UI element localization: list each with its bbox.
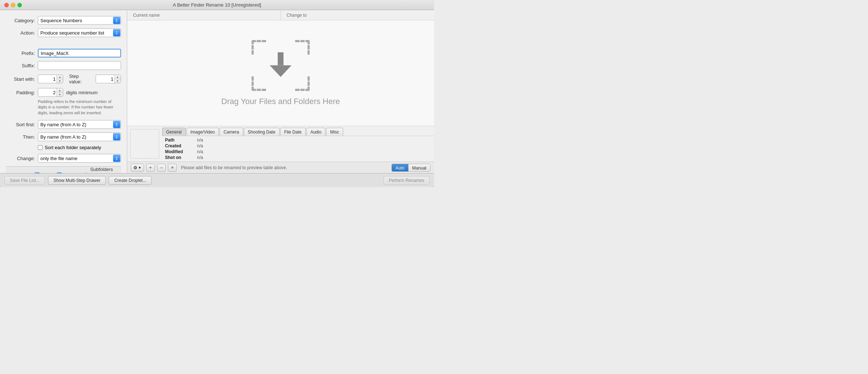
field-created-value: n/a <box>197 143 431 148</box>
show-multi-step-button[interactable]: Show Multi-Step Drawer <box>48 176 106 185</box>
step-stepper: ▲ ▼ <box>114 75 121 83</box>
step-label: Step value: <box>69 73 93 84</box>
padding-decrement[interactable]: ▼ <box>57 93 63 97</box>
main-window: A Better Finder Rename 10 [Unregistered]… <box>0 0 434 187</box>
step-increment[interactable]: ▲ <box>114 75 121 79</box>
change-select-wrapper: only the file name <box>38 154 121 163</box>
prefix-row: Prefix: <box>6 49 121 57</box>
bracket-bl-icon <box>252 76 266 91</box>
window-title: A Better Finder Rename 10 [Unregistered] <box>173 2 261 8</box>
startwith-stepper: ▲ ▼ <box>56 75 63 83</box>
manual-button[interactable]: Manual <box>409 164 430 172</box>
info-tabs-area: General Image/Video Camera Shooting Date… <box>162 126 434 162</box>
drop-icon <box>252 40 310 91</box>
info-fields: Path n/a Created n/a Modified n/a Shot o… <box>162 136 434 162</box>
then-row: Then: By name (from A to Z) <box>6 132 121 141</box>
tab-image-video[interactable]: Image/Video <box>186 128 219 136</box>
preview-header: Current name Change to <box>127 10 434 20</box>
padding-label: Padding: <box>6 90 35 95</box>
step-decrement[interactable]: ▼ <box>114 79 121 83</box>
suffix-label: Suffix: <box>6 63 35 68</box>
padding-input-wrapper: ▲ ▼ <box>38 88 63 97</box>
tab-file-date[interactable]: File Date <box>280 128 306 136</box>
change-label: Change: <box>6 156 35 161</box>
create-droplet-button[interactable]: Create Droplet... <box>109 176 152 185</box>
field-shoton-label: Shot on <box>165 155 194 160</box>
save-file-list-button[interactable]: Save File List... <box>4 176 45 185</box>
tab-camera[interactable]: Camera <box>220 128 243 136</box>
bracket-tl-icon <box>252 40 266 55</box>
field-path-label: Path <box>165 138 194 143</box>
sort-first-select[interactable]: By name (from A to Z) <box>38 120 121 129</box>
then-label: Then: <box>6 134 35 140</box>
drop-zone[interactable]: Drag Your Files and Folders Here <box>127 20 434 126</box>
padding-increment[interactable]: ▲ <box>57 88 63 93</box>
bracket-br-icon <box>295 76 310 91</box>
field-shoton-value: n/a <box>197 155 431 160</box>
action-label: Action: <box>6 30 35 36</box>
padding-row: Padding: ▲ ▼ digits minimum <box>6 88 121 97</box>
startwith-label: Start with: <box>6 76 35 82</box>
close-icon-button[interactable]: ✕ <box>168 164 177 172</box>
svg-rect-0 <box>278 52 284 65</box>
drop-text: Drag Your Files and Folders Here <box>221 97 340 106</box>
thumbnail-area <box>130 129 159 159</box>
prefix-input[interactable] <box>38 49 121 57</box>
svg-marker-1 <box>270 65 292 77</box>
drop-arrow-icon <box>270 52 292 79</box>
sort-first-label: Sort first: <box>6 122 35 127</box>
action-row: Action: Produce sequence number list <box>6 28 121 37</box>
startwith-decrement[interactable]: ▼ <box>57 79 63 83</box>
col-current-name: Current name <box>127 10 281 20</box>
category-select[interactable]: Sequence Numbers <box>38 16 121 25</box>
change-row: Change: only the file name <box>6 154 121 163</box>
padding-note: Padding refers to the minimum number of … <box>38 99 121 116</box>
right-panel: Current name Change to <box>127 10 434 173</box>
field-path-value: n/a <box>197 138 431 143</box>
then-select[interactable]: By name (from A to Z) <box>38 132 121 141</box>
category-select-wrapper: Sequence Numbers <box>38 16 121 25</box>
process-bar: Process: ✓ Files ✓ Folders Subfolders an… <box>6 166 121 173</box>
perform-renames-button[interactable]: Perform Renames <box>383 176 430 185</box>
tab-misc[interactable]: Misc <box>326 128 343 136</box>
sort-each-checkbox[interactable] <box>38 145 43 150</box>
category-label: Category: <box>6 18 35 23</box>
suffix-row: Suffix: <box>6 61 121 70</box>
info-top: General Image/Video Camera Shooting Date… <box>127 126 434 162</box>
remove-button[interactable]: − <box>157 164 166 172</box>
gear-dropdown-icon: ▼ <box>138 166 141 170</box>
action-select[interactable]: Produce sequence number list <box>38 28 121 37</box>
auto-button[interactable]: Auto <box>392 164 409 172</box>
add-button[interactable]: + <box>146 164 155 172</box>
titlebar: A Better Finder Rename 10 [Unregistered] <box>0 0 434 10</box>
subfolders-label: Subfolders and their contents <box>90 167 115 173</box>
info-panel: General Image/Video Camera Shooting Date… <box>127 126 434 173</box>
sort-first-select-wrapper: By name (from A to Z) <box>38 120 121 129</box>
field-created-label: Created <box>165 143 194 148</box>
prefix-label: Prefix: <box>6 51 35 56</box>
left-panel: Category: Sequence Numbers Action: Produ… <box>0 10 127 173</box>
col-change-to: Change to <box>281 10 434 20</box>
tab-shooting-date[interactable]: Shooting Date <box>244 128 280 136</box>
field-modified-label: Modified <box>165 149 194 154</box>
action-select-wrapper: Produce sequence number list <box>38 28 121 37</box>
startwith-row: Start with: ▲ ▼ Step value: ▲ ▼ <box>6 73 121 84</box>
gear-button[interactable]: ⚙ ▼ <box>131 164 144 172</box>
footer-bar: Save File List... Show Multi-Step Drawer… <box>0 173 434 187</box>
maximize-button[interactable] <box>17 3 22 7</box>
tab-audio[interactable]: Audio <box>306 128 326 136</box>
gear-icon: ⚙ <box>133 165 137 170</box>
startwith-increment[interactable]: ▲ <box>57 75 63 79</box>
sort-each-row: Sort each folder separately <box>38 145 121 150</box>
info-tabs: General Image/Video Camera Shooting Date… <box>162 126 434 136</box>
step-input-wrapper: ▲ ▼ <box>96 75 121 83</box>
close-button[interactable] <box>4 3 9 7</box>
category-row: Category: Sequence Numbers <box>6 16 121 25</box>
suffix-input[interactable] <box>38 61 121 70</box>
main-content: Category: Sequence Numbers Action: Produ… <box>0 10 434 173</box>
padding-unit: digits minimum <box>66 90 98 95</box>
minimize-button[interactable] <box>11 3 15 7</box>
change-select[interactable]: only the file name <box>38 154 121 163</box>
then-select-wrapper: By name (from A to Z) <box>38 132 121 141</box>
tab-general[interactable]: General <box>162 128 186 136</box>
